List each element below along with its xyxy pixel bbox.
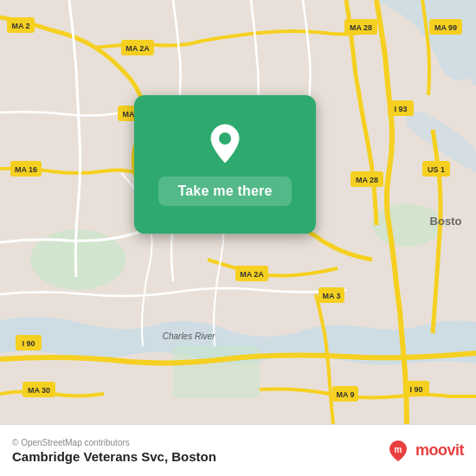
bottom-bar: © OpenStreetMap contributors Cambridge V… (0, 424, 476, 476)
svg-text:MA 28: MA 28 (356, 176, 378, 184)
svg-text:MA 2: MA 2 (11, 22, 29, 30)
location-icon-wrapper (206, 123, 244, 166)
svg-point-36 (219, 132, 231, 145)
svg-text:I 90: I 90 (409, 385, 422, 394)
svg-text:MA 28: MA 28 (350, 23, 372, 32)
svg-text:MA 9: MA 9 (336, 390, 354, 399)
moovit-logo: m moovit (386, 439, 464, 463)
moovit-text: moovit (415, 441, 464, 460)
svg-text:I 90: I 90 (22, 339, 35, 348)
svg-rect-3 (173, 346, 260, 398)
svg-text:MA 2A: MA 2A (240, 270, 264, 279)
svg-text:US 1: US 1 (428, 165, 445, 174)
svg-text:MA 99: MA 99 (434, 23, 457, 32)
svg-text:MA 3: MA 3 (322, 292, 340, 300)
svg-text:m: m (395, 445, 402, 454)
svg-text:Charles River: Charles River (163, 331, 215, 341)
svg-text:MA 16: MA 16 (15, 165, 37, 174)
svg-text:MA 2A: MA 2A (125, 44, 150, 53)
place-title: Cambridge Veterans Svc, Boston (12, 449, 216, 464)
attribution-text: © OpenStreetMap contributors (12, 438, 216, 447)
svg-text:MA 30: MA 30 (28, 386, 50, 395)
action-card: Take me there (134, 95, 316, 234)
location-pin-icon (206, 123, 244, 166)
moovit-icon: m (386, 439, 410, 463)
bottom-left: © OpenStreetMap contributors Cambridge V… (12, 438, 216, 464)
svg-text:I 93: I 93 (394, 105, 407, 113)
take-me-there-button[interactable]: Take me there (158, 177, 291, 206)
map-container: MA 2 MA 2A MA 2 MA 16 MA 28 MA 99 I 93 U… (0, 0, 476, 424)
svg-text:Bosto: Bosto (430, 215, 462, 228)
